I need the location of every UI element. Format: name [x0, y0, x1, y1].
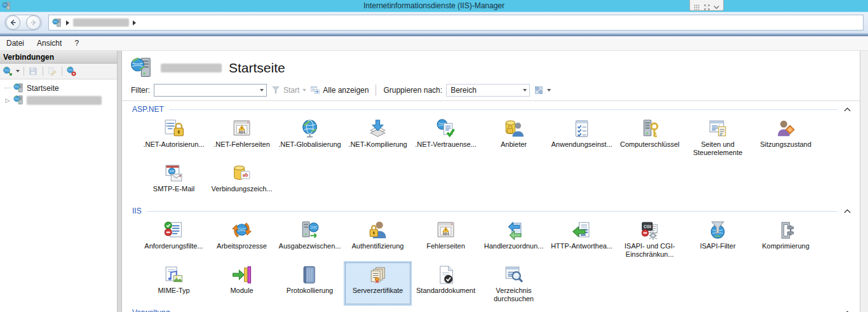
- filter-funnel-icon: [271, 85, 281, 95]
- error-pages-icon: 404: [435, 220, 456, 241]
- collapse-section-icon[interactable]: [843, 309, 851, 312]
- feature-tile-label: Anforderungsfilte...: [144, 242, 203, 250]
- views-button[interactable]: [534, 85, 551, 95]
- feature-tile[interactable]: Komprimierung: [752, 217, 820, 261]
- feature-grid: .NET-Autorisierun...404.NET-Fehlerseiten…: [132, 115, 851, 204]
- create-connection-dropdown-icon[interactable]: [16, 70, 20, 72]
- save-connection-icon[interactable]: [28, 66, 39, 77]
- feature-tile[interactable]: HTTP-Antworthea...: [548, 217, 616, 261]
- filter-input[interactable]: [154, 84, 267, 97]
- views-dropdown-icon: [547, 89, 551, 92]
- feature-tile[interactable]: .NET-Kompilierung: [344, 115, 412, 159]
- feature-tile[interactable]: 404Fehlerseiten: [412, 217, 480, 261]
- menu-ansicht[interactable]: Ansicht: [31, 36, 68, 50]
- feature-tile-label: Verbindungszeich...: [211, 185, 272, 193]
- group-by-dropdown-icon[interactable]: [520, 85, 529, 96]
- menu-hilfe[interactable]: ?: [68, 36, 85, 50]
- feature-tile[interactable]: Anwendungseinst...: [548, 115, 616, 159]
- toolbar-separator: [62, 67, 62, 76]
- feature-tile[interactable]: Handlerzuordnun...: [480, 217, 548, 261]
- collapse-section-icon[interactable]: [843, 207, 851, 215]
- feature-tile[interactable]: Anforderungsfilte...: [140, 217, 208, 261]
- feature-tile[interactable]: Module: [208, 261, 276, 306]
- connections-panel: Verbindungen Startseite ▷: [0, 51, 117, 312]
- feature-tile-label: Authentifizierung: [352, 242, 404, 250]
- feature-tile[interactable]: .NET-Globalisierung: [276, 115, 344, 159]
- feature-tile[interactable]: abVerbindungszeich...: [208, 159, 276, 204]
- feature-tile[interactable]: ISAPI-Filter: [684, 217, 752, 261]
- panel-splitter[interactable]: [117, 51, 122, 312]
- feature-tile-label: .NET-Globalisierung: [278, 140, 341, 149]
- feature-tile[interactable]: Computerschlüssel: [616, 115, 684, 159]
- grid-dots-icon[interactable]: [693, 2, 700, 9]
- worker-processes-icon: [231, 220, 252, 241]
- trust-levels-icon: [435, 118, 456, 139]
- back-button[interactable]: [6, 15, 20, 30]
- create-connection-icon[interactable]: [3, 66, 13, 77]
- feature-tile-label: Handlerzuordnun...: [484, 242, 544, 250]
- breadcrumb[interactable]: [48, 15, 864, 31]
- feature-tile-label: Protokollierung: [287, 287, 333, 295]
- feature-tile-label: Serverzertifikate: [353, 287, 403, 295]
- tree-item-server[interactable]: ▷: [0, 94, 117, 106]
- feature-tile-label: Anbieter: [501, 140, 527, 149]
- feature-tile-label: SMTP-E-Mail: [153, 185, 194, 193]
- collapse-section-icon[interactable]: [843, 105, 851, 113]
- server-home-icon: [130, 56, 154, 79]
- feature-tile[interactable]: Ausgabezwischen...: [276, 217, 344, 261]
- feature-tile-label: HTTP-Antworthea...: [551, 242, 613, 250]
- delete-connection-icon[interactable]: [66, 66, 77, 77]
- isapi-cgi-restrictions-icon: CGI: [639, 220, 660, 241]
- feature-tile[interactable]: 404.NET-Fehlerseiten: [208, 115, 276, 159]
- feature-tile[interactable]: .NET-Vertrauense...: [412, 115, 480, 159]
- section-divider: [147, 211, 837, 212]
- start-filter-button[interactable]: Start: [271, 85, 306, 95]
- breadcrumb-arrow-icon[interactable]: [133, 20, 136, 25]
- feature-tile[interactable]: Serverzertifikate: [344, 261, 412, 306]
- feature-tile[interactable]: CGIISAPI- und CGI-Einschränkun...: [616, 217, 684, 261]
- feature-tile-label: Ausgabezwischen...: [279, 242, 341, 250]
- feature-tile-label: Sitzungszustand: [760, 140, 811, 149]
- globalization-icon: [299, 118, 320, 139]
- authentication-icon: [367, 220, 388, 241]
- svg-text:404: 404: [442, 231, 449, 236]
- feature-tile[interactable]: Protokollierung: [276, 261, 344, 306]
- show-all-button[interactable]: Alle anzeigen: [310, 85, 369, 95]
- feature-grid: Anforderungsfilte...ArbeitsprozesseAusga…: [132, 217, 851, 306]
- forward-button[interactable]: [26, 15, 41, 30]
- redacted-server-name: [27, 96, 102, 105]
- chevron-down-icon[interactable]: [713, 2, 720, 9]
- feature-tile[interactable]: Standarddokument: [412, 261, 480, 306]
- redacted-server-name: [161, 64, 222, 72]
- connection-strings-icon: ab: [231, 163, 252, 184]
- feature-tile-label: .NET-Kompilierung: [348, 140, 407, 149]
- mime-types-icon: [163, 264, 184, 285]
- toolbar-separator: [43, 67, 43, 76]
- feature-tile[interactable]: SMTP-E-Mail: [140, 159, 208, 204]
- feature-tile[interactable]: Authentifizierung: [344, 217, 412, 261]
- feature-tile[interactable]: Arbeitsprozesse: [208, 217, 276, 261]
- http-response-headers-icon: [571, 220, 592, 241]
- connections-panel-title: Verbindungen: [0, 51, 117, 64]
- group-by-select[interactable]: Bereich: [446, 84, 530, 97]
- feature-tile[interactable]: Verzeichnis durchsuchen: [480, 261, 548, 306]
- breadcrumb-arrow-icon[interactable]: [66, 20, 69, 25]
- rename-connection-icon[interactable]: [47, 66, 58, 77]
- tree-item-startseite[interactable]: Startseite: [0, 82, 117, 94]
- section-title: Verwaltung: [132, 308, 170, 312]
- filter-dropdown-icon[interactable]: [257, 85, 266, 96]
- feature-tile[interactable]: Sitzungszustand: [752, 115, 820, 159]
- feature-tile-label: .NET-Fehlerseiten: [214, 140, 270, 149]
- feature-tile[interactable]: .NET-Autorisierun...: [140, 115, 208, 159]
- console-control-bar: [689, 0, 724, 11]
- feature-header: Startseite: [122, 51, 868, 83]
- feature-tile[interactable]: MIME-Typ: [140, 261, 208, 306]
- feature-tile[interactable]: Anbieter: [480, 115, 548, 159]
- expand-icon[interactable]: [703, 2, 710, 9]
- vertical-scrollbar[interactable]: [860, 51, 868, 312]
- feature-tile[interactable]: Seiten und Steuerelemente: [684, 115, 752, 159]
- title-bar: Internetinformationsdienste (IIS)-Manage…: [0, 0, 868, 12]
- window-title: Internetinformationsdienste (IIS)-Manage…: [0, 1, 868, 10]
- tree-expander-icon[interactable]: ▷: [4, 97, 11, 104]
- menu-datei[interactable]: Datei: [0, 36, 31, 50]
